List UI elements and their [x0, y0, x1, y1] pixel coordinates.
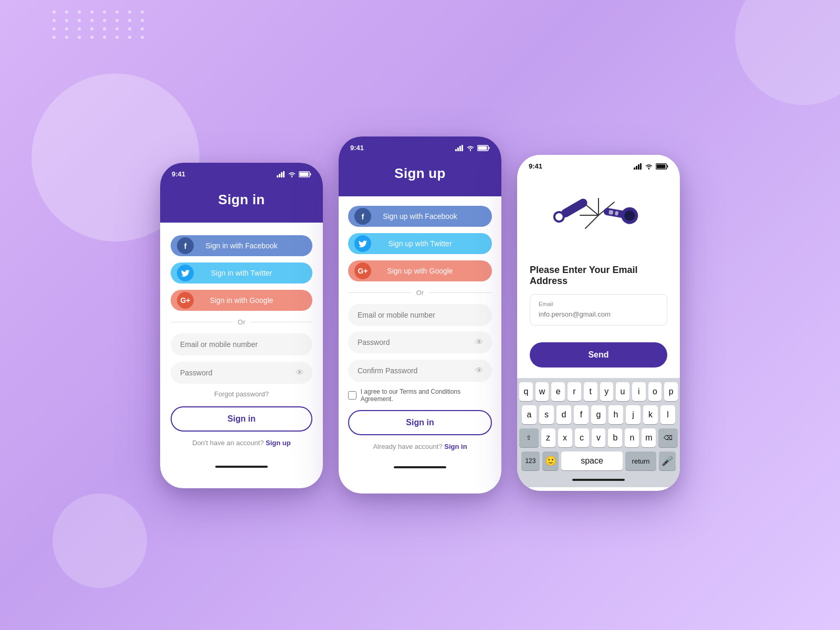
- svg-rect-15: [636, 166, 637, 170]
- space-key[interactable]: space: [561, 452, 622, 470]
- keyboard-row-3: ⇧ z x c v b n m ⌫: [519, 428, 678, 447]
- key-k[interactable]: k: [643, 405, 658, 424]
- google-icon: G+: [177, 292, 194, 309]
- svg-rect-7: [455, 149, 457, 151]
- forgot-password-link[interactable]: Forgot password?: [171, 390, 312, 398]
- password-input-1[interactable]: [171, 362, 312, 384]
- wifi-icon-2: [466, 145, 475, 151]
- google-signin-label: Sign in with Google: [210, 296, 274, 304]
- twitter-signin-button[interactable]: Sign in with Twitter: [171, 262, 312, 284]
- key-l[interactable]: l: [660, 405, 675, 424]
- email-field-input[interactable]: [539, 310, 658, 318]
- key-n[interactable]: n: [625, 428, 639, 447]
- status-bar-1: 9:41: [160, 163, 323, 181]
- shift-key[interactable]: ⇧: [519, 428, 539, 447]
- or-divider-1: Or: [171, 318, 312, 326]
- key-u[interactable]: u: [616, 382, 629, 401]
- facebook-signup-button[interactable]: f Sign up with Facebook: [348, 206, 492, 227]
- email-input-box[interactable]: Email: [530, 294, 667, 326]
- send-button[interactable]: Send: [530, 342, 667, 368]
- key-z[interactable]: z: [541, 428, 555, 447]
- key-g[interactable]: g: [591, 405, 606, 424]
- svg-rect-2: [281, 172, 282, 177]
- key-t[interactable]: t: [584, 382, 597, 401]
- svg-rect-12: [489, 147, 490, 149]
- key-d[interactable]: d: [556, 405, 571, 424]
- emoji-key[interactable]: 🙂: [542, 452, 559, 470]
- phone-signin: 9:41: [160, 163, 323, 488]
- bottom-bar-2: [339, 460, 501, 475]
- svg-rect-5: [310, 173, 311, 175]
- facebook-icon: f: [177, 237, 194, 254]
- twitter-signup-button[interactable]: Sign up with Twitter: [348, 233, 492, 254]
- phone-signup: 9:41: [339, 136, 501, 494]
- svg-rect-6: [300, 172, 309, 176]
- or-text-2: Or: [416, 289, 424, 297]
- email-input-2[interactable]: [348, 304, 492, 326]
- time-3: 9:41: [529, 162, 542, 170]
- key-j[interactable]: j: [626, 405, 640, 424]
- key-f[interactable]: f: [574, 405, 589, 424]
- google-icon-2: G+: [354, 262, 371, 279]
- signup-signin-button[interactable]: Sign in: [348, 410, 492, 435]
- time-2: 9:41: [350, 144, 364, 152]
- bottom-bar-1: [160, 459, 323, 474]
- key-w[interactable]: w: [536, 382, 549, 401]
- email-input-1[interactable]: [171, 333, 312, 355]
- num-key[interactable]: 123: [521, 452, 540, 470]
- status-bar-2: 9:41: [339, 136, 501, 155]
- password-eye-icon-1[interactable]: 👁: [296, 368, 304, 377]
- svg-rect-17: [640, 163, 642, 170]
- svg-rect-34: [608, 210, 613, 215]
- terms-checkbox[interactable]: [348, 391, 356, 400]
- existing-signin-link[interactable]: Sign in: [444, 443, 467, 450]
- keyboard-row-1: q w e r t y u i o p: [519, 382, 678, 401]
- phone-email: 9:41: [517, 155, 680, 491]
- status-icons-3: [634, 163, 668, 170]
- key-i[interactable]: i: [632, 382, 646, 401]
- key-p[interactable]: p: [664, 382, 678, 401]
- key-q[interactable]: q: [519, 382, 533, 401]
- battery-icon-2: [477, 145, 490, 151]
- key-a[interactable]: a: [522, 405, 537, 424]
- svg-line-25: [585, 215, 598, 228]
- home-indicator-3: [572, 479, 625, 481]
- key-y[interactable]: y: [600, 382, 614, 401]
- key-v[interactable]: v: [592, 428, 606, 447]
- status-bar-3: 9:41: [517, 155, 680, 173]
- password-eye-icon-2[interactable]: 👁: [475, 338, 484, 347]
- svg-rect-0: [277, 175, 278, 177]
- home-indicator-1: [215, 466, 268, 468]
- google-signup-button[interactable]: G+ Sign up with Google: [348, 260, 492, 281]
- confirm-password-wrapper: 👁: [348, 360, 492, 382]
- confirm-eye-icon[interactable]: 👁: [475, 366, 484, 375]
- signup-link[interactable]: Sign up: [266, 439, 291, 447]
- signup-signin-label: Sign in: [406, 418, 434, 427]
- key-x[interactable]: x: [558, 428, 572, 447]
- facebook-signin-button[interactable]: f Sign in with Facebook: [171, 235, 312, 256]
- delete-key[interactable]: ⌫: [658, 428, 678, 447]
- key-c[interactable]: c: [575, 428, 589, 447]
- terms-text: I agree to our Terms and Conditions Agre…: [361, 388, 492, 403]
- time-1: 9:41: [172, 170, 185, 178]
- key-h[interactable]: h: [608, 405, 623, 424]
- key-e[interactable]: e: [551, 382, 565, 401]
- password-input-2[interactable]: [348, 331, 492, 353]
- key-o[interactable]: o: [648, 382, 662, 401]
- confirm-password-input[interactable]: [348, 360, 492, 382]
- svg-rect-19: [667, 165, 668, 167]
- mic-key[interactable]: 🎤: [659, 452, 676, 470]
- terms-row: I agree to our Terms and Conditions Agre…: [348, 388, 492, 403]
- key-s[interactable]: s: [539, 405, 554, 424]
- forgot-password-text: Forgot password?: [214, 390, 269, 398]
- twitter-signin-label: Sign in with Twitter: [211, 269, 272, 277]
- return-key[interactable]: return: [625, 452, 657, 470]
- google-signin-button[interactable]: G+ Sign in with Google: [171, 290, 312, 311]
- facebook-signin-label: Sign in with Facebook: [206, 242, 278, 250]
- signup-header: Sign up: [339, 155, 501, 196]
- key-m[interactable]: m: [642, 428, 656, 447]
- key-r[interactable]: r: [568, 382, 581, 401]
- twitter-icon: [177, 265, 194, 281]
- signin-button[interactable]: Sign in: [171, 406, 312, 432]
- key-b[interactable]: b: [608, 428, 622, 447]
